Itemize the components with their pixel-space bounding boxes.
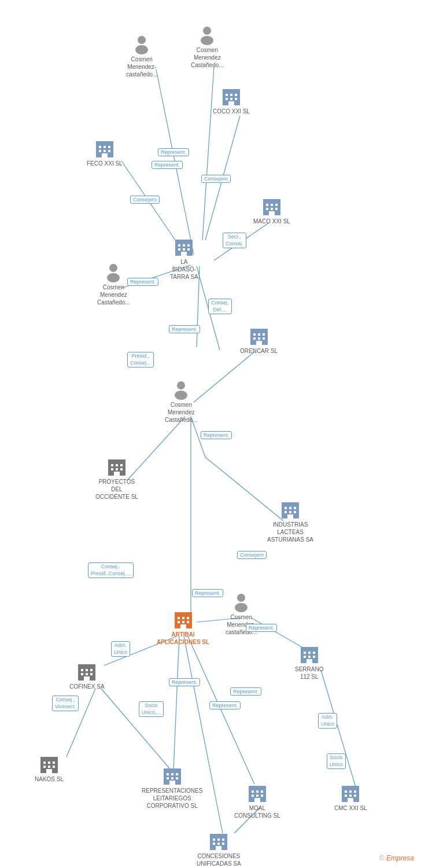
svg-rect-60: [187, 248, 190, 251]
svg-rect-152: [349, 790, 352, 793]
svg-rect-133: [167, 773, 169, 775]
svg-rect-126: [53, 762, 55, 764]
svg-rect-145: [252, 795, 254, 797]
badge-represent5[interactable]: Represent.: [201, 431, 232, 439]
svg-rect-29: [104, 146, 106, 148]
svg-rect-120: [313, 656, 315, 658]
node-industrias-label: INDUSTRIAS LACTEAS ASTURIANAS SA: [267, 521, 313, 543]
badge-represent1[interactable]: Represent.: [158, 148, 189, 156]
svg-rect-47: [271, 204, 273, 206]
node-concesiones[interactable]: CONCESIONES UNIFICADAS SA: [197, 830, 241, 867]
svg-rect-86: [285, 507, 287, 509]
node-artibai[interactable]: ARTIBAI APLICACIONES SL: [157, 609, 209, 646]
node-nakos-label: NAKOS SL: [35, 775, 64, 783]
badge-presid-consej[interactable]: Presid.,Consej...: [127, 352, 154, 367]
badge-adm-unico2[interactable]: Adm.Unico: [318, 713, 337, 729]
node-moal-label: MOAL CONSULTING SL: [234, 804, 280, 819]
person-cosmen2[interactable]: Cosmen Menendez Castañedo...: [191, 24, 224, 69]
svg-rect-167: [210, 834, 227, 836]
svg-rect-112: [84, 676, 90, 681]
person-cosmen4-label: Cosmen Menendez Castañedo...: [165, 401, 198, 424]
svg-line-20: [101, 689, 171, 770]
badge-socio-unico2[interactable]: SocioUnico: [327, 753, 346, 769]
node-cmc-label: CMC XXI SL: [334, 804, 367, 812]
node-feco-label: FECO XXI SL: [87, 160, 123, 167]
svg-rect-81: [116, 468, 118, 470]
node-representaciones-label: REPRESENTACIONES LEITARIEGOS CORPORATIVO…: [142, 787, 202, 810]
svg-rect-42: [235, 98, 237, 100]
badge-represent7[interactable]: Represent.: [246, 624, 277, 632]
svg-rect-55: [178, 244, 180, 247]
person-cosmen3[interactable]: Cosmen Menendez Castañedo...: [97, 262, 130, 306]
svg-rect-117: [313, 652, 315, 654]
svg-rect-28: [99, 146, 101, 148]
node-orencar[interactable]: ORENCAR SL: [240, 325, 278, 355]
svg-rect-91: [294, 511, 296, 513]
badge-secr-consej[interactable]: Secr.,Consej.: [223, 233, 246, 248]
svg-rect-84: [108, 459, 125, 462]
svg-rect-87: [289, 507, 291, 509]
node-bidasotarra[interactable]: LA BIDASO- TARRA SA: [170, 236, 198, 281]
badge-consej-vicesecr[interactable]: Consej.,Vicesecr.: [52, 696, 79, 711]
node-proyectos[interactable]: PROYECTOS DEL OCCIDENTE SL: [95, 456, 138, 501]
svg-rect-101: [182, 621, 184, 623]
svg-rect-158: [342, 786, 359, 788]
svg-rect-58: [178, 248, 180, 251]
svg-rect-56: [183, 244, 185, 247]
node-feco[interactable]: FECO XXI SL: [87, 138, 123, 167]
badge-represent2[interactable]: Represent.: [152, 161, 183, 169]
node-serrano[interactable]: SERRANO 112 SL: [295, 643, 323, 681]
svg-rect-165: [222, 843, 224, 845]
badge-represent6[interactable]: Represent.: [192, 589, 223, 597]
node-concesiones-label: CONCESIONES UNIFICADAS SA: [197, 852, 241, 867]
badge-represent4[interactable]: Represent.: [169, 325, 200, 333]
badge-socio-unico1[interactable]: SocioUnico,...: [139, 701, 164, 717]
svg-point-95: [235, 603, 248, 612]
svg-point-74: [177, 381, 185, 389]
svg-point-94: [237, 594, 245, 602]
svg-rect-35: [96, 141, 113, 144]
node-representaciones[interactable]: REPRESENTACIONES LEITARIEGOS CORPORATIVO…: [142, 765, 202, 810]
svg-rect-34: [102, 153, 108, 157]
svg-rect-66: [253, 333, 256, 336]
badge-consejero2[interactable]: Consejero: [130, 196, 160, 204]
node-nakos[interactable]: NAKOS SL: [35, 753, 64, 783]
svg-rect-118: [304, 656, 306, 658]
node-cmc[interactable]: CMC XXI SL: [334, 782, 367, 812]
badge-adm-unico1[interactable]: Adm.Unico: [111, 641, 130, 657]
badge-consej-del[interactable]: Consej.Del....: [208, 299, 232, 314]
person-cosmen4[interactable]: Cosmen Menendez Castañedo...: [165, 379, 198, 424]
svg-rect-146: [256, 795, 258, 797]
svg-rect-106: [81, 669, 83, 671]
node-moal[interactable]: MOAL CONSULTING SL: [234, 782, 280, 819]
svg-rect-147: [261, 795, 263, 797]
badge-represent9[interactable]: Represent.: [230, 687, 261, 696]
node-maco[interactable]: MACO XXI SL: [253, 196, 290, 225]
badge-consejero3[interactable]: Consejero: [237, 551, 267, 559]
svg-line-16: [173, 637, 179, 770]
person-cosmen1[interactable]: Cosmen Menendez- castañedo...: [126, 34, 157, 78]
badge-represent10[interactable]: Represent.: [209, 701, 241, 709]
svg-rect-136: [167, 777, 169, 779]
svg-rect-73: [250, 329, 268, 331]
badge-represent8[interactable]: Represent.: [169, 678, 200, 686]
node-cofinex-label: COFINEX SA: [69, 683, 105, 690]
node-industrias[interactable]: INDUSTRIAS LACTEAS ASTURIANAS SA: [267, 499, 313, 543]
svg-rect-121: [306, 659, 312, 663]
badge-consej-presid[interactable]: Consej..Presid.,Consej....: [88, 562, 134, 578]
svg-rect-135: [176, 773, 178, 775]
node-coco-label: COCO XXI SL: [213, 108, 250, 115]
svg-rect-156: [354, 795, 356, 797]
svg-rect-151: [345, 790, 347, 793]
svg-rect-77: [111, 464, 113, 466]
node-coco[interactable]: COCO XXI SL: [213, 86, 250, 115]
svg-rect-43: [228, 101, 234, 105]
badge-represent3[interactable]: Represent.: [127, 278, 158, 286]
node-cofinex[interactable]: COFINEX SA: [69, 661, 105, 690]
badge-consejero1[interactable]: Consejero: [201, 175, 231, 183]
svg-rect-116: [308, 652, 311, 654]
node-bidasotarra-label: LA BIDASO- TARRA SA: [170, 258, 198, 281]
svg-rect-119: [308, 656, 311, 658]
svg-rect-122: [301, 647, 318, 649]
svg-line-8: [194, 352, 254, 402]
